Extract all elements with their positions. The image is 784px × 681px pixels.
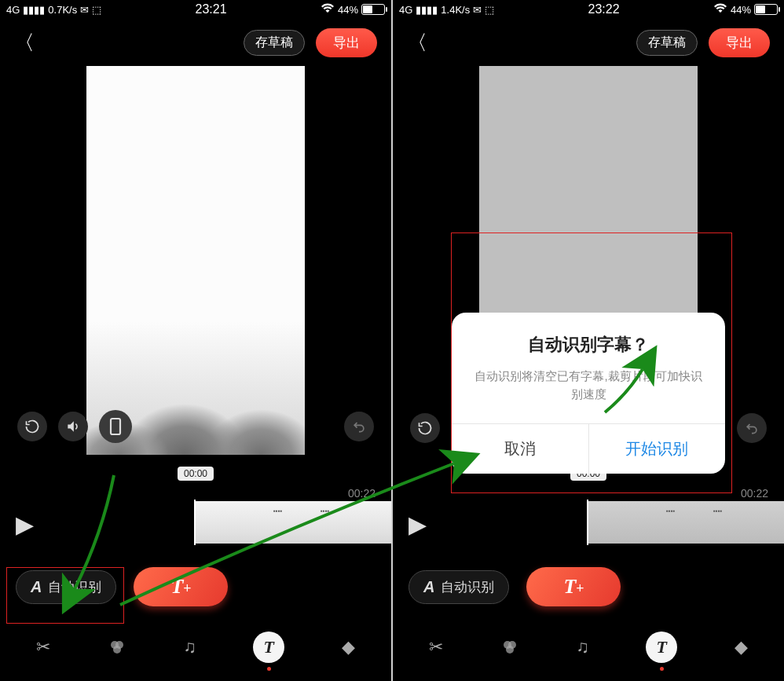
svg-point-6 [506,646,514,654]
auto-recognize-label: 自动识别 [441,578,494,596]
timeline[interactable]: 00:00 00:22 ▶ ▪▪▪▪ ▪▪▪▪ [393,467,784,553]
speed-label: 1.4K/s [441,4,470,16]
play-button[interactable]: ▶ [16,511,34,538]
nav-sticker[interactable]: ◆ [735,637,748,657]
status-bar: 4G ▮▮▮▮ 0.7K/s ✉ ⬚ 23:21 44% [0,0,391,19]
nav-filter[interactable] [500,638,519,657]
dialog-cancel-button[interactable]: 取消 [452,424,589,474]
battery-pct: 44% [731,4,751,16]
add-text-button[interactable]: T+ [526,567,621,606]
battery-icon [754,4,778,15]
auto-recognize-button[interactable]: A 自动识别 [408,570,509,604]
nav-text[interactable]: T [253,632,284,663]
app-icon: ⬚ [485,4,494,16]
auto-recognize-button[interactable]: A 自动识别 [16,570,116,604]
video-canvas[interactable] [86,66,305,455]
wechat-icon: ✉ [80,4,89,16]
svg-point-3 [113,646,121,654]
nav-sticker[interactable]: ◆ [342,637,355,657]
playhead-time: 00:00 [178,467,214,481]
video-track[interactable]: ▪▪▪▪ ▪▪▪▪ [195,501,391,544]
t-plus-icon: T+ [170,575,191,599]
auto-recognize-label: 自动识别 [48,578,101,596]
dialog-confirm-button[interactable]: 开始识别 [589,424,726,474]
speed-label: 0.7K/s [48,4,77,16]
t-plus-icon: T+ [563,575,584,599]
nav-cut[interactable]: ✂ [429,637,443,657]
battery-icon [361,4,385,15]
nav-text[interactable]: T [646,632,677,663]
dialog-body: 自动识别将清空已有字幕,裁剪片段可加快识别速度 [452,368,725,423]
app-icon: ⬚ [92,4,101,16]
duration-label: 00:22 [741,487,768,500]
nav-cut[interactable]: ✂ [36,637,50,657]
preview-area [0,66,391,467]
wechat-icon: ✉ [473,4,482,16]
tool-row: A 自动识别 T+ [0,553,391,621]
status-bar: 4G ▮▮▮▮ 1.4K/s ✉ ⬚ 23:22 44% [393,0,784,19]
svg-rect-0 [111,419,120,434]
play-button[interactable]: ▶ [408,511,427,538]
signal-icon: ▮▮▮▮ [23,4,45,16]
signal-icon: ▮▮▮▮ [416,4,438,16]
rotate-button[interactable] [17,412,47,441]
back-button[interactable]: 〈 [14,29,35,57]
phone-left: 4G ▮▮▮▮ 0.7K/s ✉ ⬚ 23:21 44% 〈 存草稿 导出 [0,0,391,681]
clock-label: 23:21 [101,2,321,16]
save-draft-button[interactable]: 存草稿 [636,30,698,56]
undo-button[interactable] [344,412,374,441]
dialog-title: 自动识别字幕？ [452,313,725,368]
aspect-button[interactable] [99,410,132,443]
wifi-icon [321,3,335,16]
bottom-nav: ✂ ♫ T ◆ [0,621,391,672]
rotate-button[interactable] [410,413,440,443]
text-a-icon: A [423,578,434,596]
network-label: 4G [399,4,412,16]
bottom-nav: ✂ ♫ T ◆ [393,621,784,672]
nav-music[interactable]: ♫ [183,637,196,657]
auto-subtitle-dialog: 自动识别字幕？ 自动识别将清空已有字幕,裁剪片段可加快识别速度 取消 开始识别 [452,313,725,474]
wifi-icon [713,3,727,16]
nav-music[interactable]: ♫ [576,637,589,657]
undo-button[interactable] [737,413,767,443]
nav-filter[interactable] [108,638,126,657]
battery-pct: 44% [338,4,358,16]
network-label: 4G [6,4,20,16]
clock-label: 23:22 [494,2,713,16]
back-button[interactable]: 〈 [407,29,427,57]
duration-label: 00:22 [348,487,376,500]
export-button[interactable]: 导出 [709,28,770,57]
top-bar: 〈 存草稿 导出 [393,19,784,66]
volume-button[interactable] [58,412,88,441]
tool-row: A 自动识别 T+ [393,553,784,621]
timeline[interactable]: 00:00 00:22 ▶ ▪▪▪▪ ▪▪▪▪ [0,467,391,553]
preview-area: 自动识别字幕？ 自动识别将清空已有字幕,裁剪片段可加快识别速度 取消 开始识别 [393,66,784,467]
export-button[interactable]: 导出 [316,28,377,57]
save-draft-button[interactable]: 存草稿 [244,30,305,56]
add-text-button[interactable]: T+ [134,567,228,606]
phone-right: 4G ▮▮▮▮ 1.4K/s ✉ ⬚ 23:22 44% 〈 存草稿 导出 [393,0,784,681]
top-bar: 〈 存草稿 导出 [0,19,391,66]
video-track[interactable]: ▪▪▪▪ ▪▪▪▪ [588,501,784,544]
text-a-icon: A [31,578,42,596]
